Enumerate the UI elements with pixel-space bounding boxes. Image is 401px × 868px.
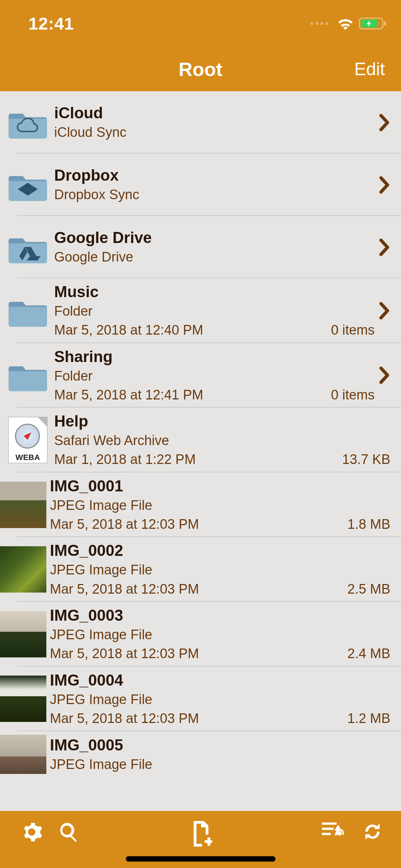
settings-button[interactable] <box>21 821 43 843</box>
item-name: Sharing <box>54 347 375 366</box>
item-name: IMG_0001 <box>50 476 390 496</box>
folder-icon <box>9 295 47 327</box>
item-name: Music <box>54 282 375 301</box>
item-size: 13.7 KB <box>342 452 390 467</box>
item-date: Mar 5, 2018 at 12:03 PM <box>50 645 340 663</box>
folder-gdrive-icon <box>9 231 47 263</box>
svg-rect-2 <box>384 21 386 26</box>
list-item-icloud[interactable]: iCloud iCloud Sync <box>0 91 401 154</box>
chevron-right-icon <box>378 176 390 194</box>
cellular-dots-icon <box>310 22 328 25</box>
item-sub: Folder <box>54 367 375 385</box>
list-item-img5[interactable]: IMG_0005 JPEG Image File <box>0 731 401 777</box>
list-item-img1[interactable]: IMG_0001 JPEG Image File Mar 5, 2018 at … <box>0 472 401 537</box>
item-date: Mar 5, 2018 at 12:03 PM <box>50 580 340 598</box>
wifi-icon <box>337 17 354 30</box>
list-item-help[interactable]: WEBA Help Safari Web Archive Mar 1, 2018… <box>0 408 401 472</box>
status-time: 12:41 <box>29 14 74 33</box>
new-file-button[interactable] <box>190 821 212 847</box>
folder-dropbox-icon <box>9 169 47 201</box>
search-button[interactable] <box>58 821 80 843</box>
item-name: Google Drive <box>54 228 375 247</box>
webarchive-icon: WEBA <box>8 417 47 463</box>
chevron-right-icon <box>378 366 390 384</box>
item-date: Mar 5, 2018 at 12:40 PM <box>54 321 324 339</box>
chevron-right-icon <box>378 238 390 257</box>
list-item-img4[interactable]: IMG_0004 JPEG Image File Mar 5, 2018 at … <box>0 667 401 732</box>
item-date: Mar 5, 2018 at 12:41 PM <box>54 386 324 404</box>
item-date: Mar 1, 2018 at 1:22 PM <box>54 450 335 469</box>
item-size: 1.2 MB <box>348 711 390 726</box>
item-name: IMG_0003 <box>50 605 390 625</box>
thumbnail-icon <box>0 482 46 528</box>
edit-button[interactable]: Edit <box>354 59 385 79</box>
item-sub: JPEG Image File <box>50 561 390 579</box>
folder-icon <box>9 359 47 391</box>
item-name: Dropbox <box>54 165 375 185</box>
home-indicator <box>126 856 276 862</box>
chevron-right-icon <box>378 301 390 320</box>
item-sub: JPEG Image File <box>50 755 390 774</box>
thumbnail-icon <box>0 735 46 774</box>
item-name: IMG_0005 <box>50 735 390 755</box>
item-size: 1.8 MB <box>348 517 390 532</box>
refresh-button[interactable] <box>362 821 383 842</box>
status-bar: 12:41 <box>0 0 401 47</box>
status-right <box>310 17 387 30</box>
item-name: iCloud <box>54 103 375 123</box>
item-sub: Google Drive <box>54 248 375 266</box>
chevron-right-icon <box>378 113 390 132</box>
battery-icon <box>359 17 387 30</box>
item-size: 2.4 MB <box>348 646 390 661</box>
list-item-sharing[interactable]: Sharing Folder Mar 5, 2018 at 12:41 PM 0… <box>0 343 401 408</box>
page-title: Root <box>179 58 222 80</box>
list-item-img3[interactable]: IMG_0003 JPEG Image File Mar 5, 2018 at … <box>0 602 401 667</box>
item-name: IMG_0004 <box>50 670 390 690</box>
item-date: Mar 5, 2018 at 12:03 PM <box>50 515 340 533</box>
item-sub: Safari Web Archive <box>54 432 390 450</box>
item-name: Help <box>54 411 390 431</box>
list-item-music[interactable]: Music Folder Mar 5, 2018 at 12:40 PM 0 i… <box>0 278 401 343</box>
file-list: iCloud iCloud Sync Dropbox Dropbox Sync <box>0 91 401 777</box>
item-size: 0 items <box>331 322 375 338</box>
item-sub: JPEG Image File <box>50 496 390 515</box>
thumbnail-icon <box>0 546 46 593</box>
item-sub: Dropbox Sync <box>54 186 375 204</box>
item-date: Mar 5, 2018 at 12:03 PM <box>50 709 340 728</box>
list-item-img2[interactable]: IMG_0002 JPEG Image File Mar 5, 2018 at … <box>0 537 401 602</box>
folder-cloud-icon <box>9 107 47 139</box>
sort-button[interactable]: A <box>322 821 344 840</box>
svg-text:A: A <box>339 828 344 837</box>
thumbnail-icon <box>0 676 46 722</box>
item-name: IMG_0002 <box>50 541 390 560</box>
nav-bar: Root Edit <box>0 47 401 91</box>
list-item-gdrive[interactable]: Google Drive Google Drive <box>0 216 401 278</box>
item-sub: Folder <box>54 302 375 320</box>
thumbnail-icon <box>0 611 46 657</box>
list-item-dropbox[interactable]: Dropbox Dropbox Sync <box>0 154 401 216</box>
item-sub: iCloud Sync <box>54 123 375 141</box>
item-sub: JPEG Image File <box>50 626 390 644</box>
item-size: 0 items <box>331 387 375 403</box>
webarchive-badge: WEBA <box>15 453 40 463</box>
item-size: 2.5 MB <box>348 582 390 597</box>
item-sub: JPEG Image File <box>50 691 390 709</box>
